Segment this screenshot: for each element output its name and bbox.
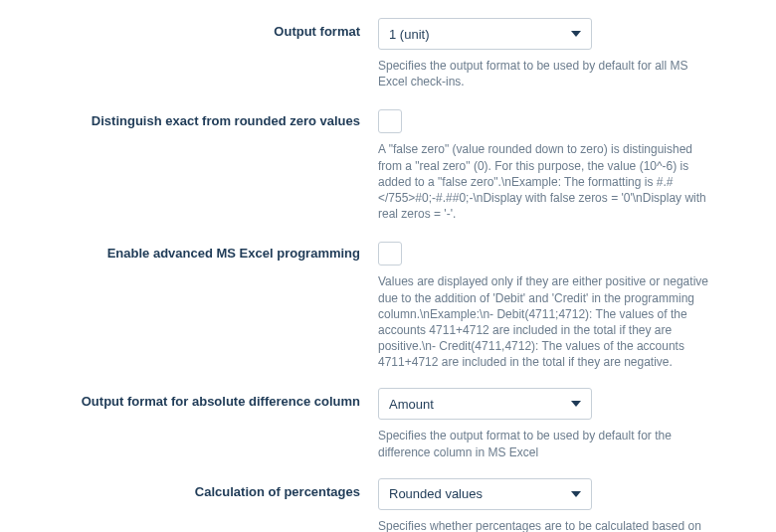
abs-diff-format-value: Amount <box>389 397 434 412</box>
abs-diff-format-label: Output format for absolute difference co… <box>40 388 378 409</box>
chevron-down-icon <box>571 401 581 407</box>
enable-advanced-checkbox[interactable] <box>378 242 402 266</box>
calc-percent-control-col: Rounded values Specifies whether percent… <box>378 478 711 532</box>
distinguish-zero-label: Distinguish exact from rounded zero valu… <box>40 107 378 128</box>
distinguish-zero-control-col: A "false zero" (value rounded down to ze… <box>378 107 711 222</box>
field-output-format: Output format 1 (unit) Specifies the out… <box>40 18 736 89</box>
calc-percent-help: Specifies whether percentages are to be … <box>378 518 711 532</box>
distinguish-zero-help: A "false zero" (value rounded down to ze… <box>378 141 711 222</box>
abs-diff-format-help: Specifies the output format to be used b… <box>378 428 711 459</box>
field-distinguish-zero: Distinguish exact from rounded zero valu… <box>40 107 736 222</box>
enable-advanced-label: Enable advanced MS Excel programming <box>40 240 378 261</box>
calc-percent-select[interactable]: Rounded values <box>378 478 592 510</box>
output-format-select[interactable]: 1 (unit) <box>378 18 592 50</box>
output-format-control-col: 1 (unit) Specifies the output format to … <box>378 18 711 89</box>
abs-diff-format-select[interactable]: Amount <box>378 388 592 420</box>
calc-percent-label: Calculation of percentages <box>40 478 378 499</box>
chevron-down-icon <box>571 31 581 37</box>
field-enable-advanced: Enable advanced MS Excel programming Val… <box>40 240 736 370</box>
abs-diff-format-control-col: Amount Specifies the output format to be… <box>378 388 711 459</box>
field-calc-percent: Calculation of percentages Rounded value… <box>40 478 736 532</box>
field-abs-diff-format: Output format for absolute difference co… <box>40 388 736 459</box>
chevron-down-icon <box>571 491 581 497</box>
enable-advanced-control-col: Values are displayed only if they are ei… <box>378 240 711 370</box>
calc-percent-value: Rounded values <box>389 486 483 501</box>
enable-advanced-help: Values are displayed only if they are ei… <box>378 273 711 370</box>
output-format-label: Output format <box>40 18 378 39</box>
output-format-help: Specifies the output format to be used b… <box>378 58 711 89</box>
distinguish-zero-checkbox[interactable] <box>378 109 402 133</box>
output-format-value: 1 (unit) <box>389 27 429 42</box>
